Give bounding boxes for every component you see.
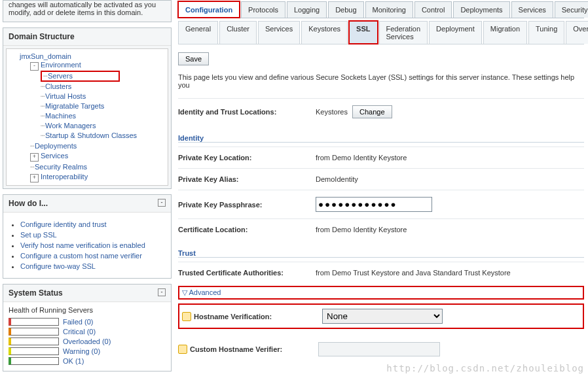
change-center-note: changes will automatically be activated … xyxy=(3,0,172,22)
health-link[interactable]: Warning (0) xyxy=(63,347,100,355)
tree-node[interactable]: Work Managers xyxy=(45,122,96,130)
minimize-icon[interactable]: - xyxy=(158,199,166,207)
save-button[interactable]: Save xyxy=(178,52,209,65)
identity-trust-locations-label: Identity and Trust Locations: xyxy=(178,108,316,116)
private-key-location-label: Private Key Location: xyxy=(178,154,316,162)
tree-node[interactable]: Clusters xyxy=(45,82,71,90)
tree-node[interactable]: Migratable Targets xyxy=(45,102,104,110)
tree-environment[interactable]: Environment xyxy=(41,61,81,69)
howto-link[interactable]: Configure two-way SSL xyxy=(20,262,96,270)
private-key-alias-value: DemoIdentity xyxy=(316,175,584,183)
health-link[interactable]: Critical (0) xyxy=(63,328,96,336)
certificate-location-label: Certificate Location: xyxy=(178,226,316,233)
howto-link[interactable]: Configure identity and trust xyxy=(20,220,106,228)
tab-debug[interactable]: Debug xyxy=(328,1,363,18)
property-icon xyxy=(182,312,191,321)
health-bar xyxy=(9,347,59,355)
domain-structure-panel: Domain Structure jmxSun_domain -Environm… xyxy=(3,27,172,189)
howto-link[interactable]: Set up SSL xyxy=(20,231,57,239)
health-bar xyxy=(9,328,59,336)
health-subtitle: Health of Running Servers xyxy=(9,306,166,314)
health-link[interactable]: OK (1) xyxy=(63,357,84,365)
subtab-federation-services[interactable]: Federation Services xyxy=(379,21,428,44)
expand-icon[interactable]: + xyxy=(30,185,39,186)
expand-icon[interactable]: + xyxy=(30,153,39,162)
tree-node[interactable]: Interoperability xyxy=(41,173,88,181)
private-key-passphrase-label: Private Key Passphrase: xyxy=(178,201,316,209)
trusted-ca-label: Trusted Certificate Authorities: xyxy=(178,269,316,277)
subtab-tuning[interactable]: Tuning xyxy=(528,21,564,44)
system-status-title: System Status xyxy=(9,288,63,298)
property-icon xyxy=(178,345,187,354)
trusted-ca-value: from Demo Trust Keystore and Java Standa… xyxy=(316,269,584,277)
private-key-passphrase-input[interactable] xyxy=(316,197,432,212)
health-bar xyxy=(9,357,59,365)
private-key-alias-label: Private Key Alias: xyxy=(178,175,316,183)
health-link[interactable]: Overloaded (0) xyxy=(63,337,111,345)
expand-icon[interactable]: + xyxy=(30,174,39,182)
tree-node[interactable]: Virtual Hosts xyxy=(45,92,86,100)
health-bar xyxy=(9,318,59,326)
how-do-i-title: How do I... xyxy=(9,199,48,208)
tab-monitoring[interactable]: Monitoring xyxy=(365,1,413,18)
health-bar xyxy=(9,337,59,345)
howto-link[interactable]: Configure a custom host name verifier xyxy=(20,252,142,260)
custom-hostname-verifier-label: Custom Hostname Verifier: xyxy=(190,345,318,353)
main-tabs: ConfigurationProtocolsLoggingDebugMonito… xyxy=(178,1,584,44)
minimize-icon[interactable]: - xyxy=(158,288,166,296)
watermark-text: http://blog.csdn.net/zhouleiblog xyxy=(386,363,584,373)
private-key-location-value: from Demo Identity Keystore xyxy=(316,154,584,162)
identity-section-header: Identity xyxy=(178,129,584,143)
howto-link[interactable]: Verify host name verification is enabled xyxy=(20,241,145,249)
tab-services[interactable]: Services xyxy=(511,1,553,18)
subtab-ssl[interactable]: SSL xyxy=(349,21,377,44)
subtab-overload[interactable]: Overload xyxy=(566,21,588,44)
advanced-toggle[interactable]: ▽ Advanced xyxy=(182,288,221,296)
tree-node[interactable]: Security Realms xyxy=(35,163,87,171)
identity-trust-locations-value: Keystores xyxy=(316,108,348,116)
tab-protocols[interactable]: Protocols xyxy=(241,1,285,18)
tree-node[interactable]: Deployments xyxy=(35,142,77,150)
change-button[interactable]: Change xyxy=(352,105,392,118)
tree-node[interactable]: Services xyxy=(41,152,68,160)
subtab-services[interactable]: Services xyxy=(258,21,300,44)
how-do-i-panel: How do I...- Configure identity and trus… xyxy=(3,194,172,279)
trust-section-header: Trust xyxy=(178,244,584,258)
custom-hostname-verifier-input[interactable] xyxy=(318,342,440,356)
collapse-icon[interactable]: - xyxy=(30,62,39,71)
domain-tree[interactable]: jmxSun_domain -Environment ┈Servers┈Clus… xyxy=(6,48,168,186)
subtab-cluster[interactable]: Cluster xyxy=(219,21,257,44)
system-status-panel: System Status- Health of Running Servers… xyxy=(3,284,172,371)
hostname-verification-label: Hostname Verification: xyxy=(194,313,322,320)
tab-deployments[interactable]: Deployments xyxy=(453,1,509,18)
tab-security[interactable]: Security xyxy=(555,1,588,18)
pending-changes-text: changes will automatically be activated … xyxy=(3,1,171,22)
domain-structure-title: Domain Structure xyxy=(3,28,171,46)
subtab-deployment[interactable]: Deployment xyxy=(429,21,482,44)
certificate-location-value: from Demo Identity Keystore xyxy=(316,226,584,233)
tree-node[interactable]: Servers xyxy=(48,72,73,80)
tree-root[interactable]: jmxSun_domain xyxy=(20,52,71,60)
tab-control[interactable]: Control xyxy=(414,1,452,18)
subtab-general[interactable]: General xyxy=(178,21,218,44)
tab-logging[interactable]: Logging xyxy=(287,1,327,18)
page-description: This page lets you view and define vario… xyxy=(178,73,584,89)
tree-node[interactable]: Machines xyxy=(45,112,76,120)
tree-node[interactable]: Startup & Shutdown Classes xyxy=(45,131,137,139)
subtab-migration[interactable]: Migration xyxy=(483,21,527,44)
tree-node[interactable]: Diagnostics xyxy=(41,184,78,186)
hostname-verification-select[interactable]: None xyxy=(322,309,443,324)
health-link[interactable]: Failed (0) xyxy=(63,318,93,326)
subtab-keystores[interactable]: Keystores xyxy=(301,21,348,44)
tab-configuration[interactable]: Configuration xyxy=(178,1,240,18)
